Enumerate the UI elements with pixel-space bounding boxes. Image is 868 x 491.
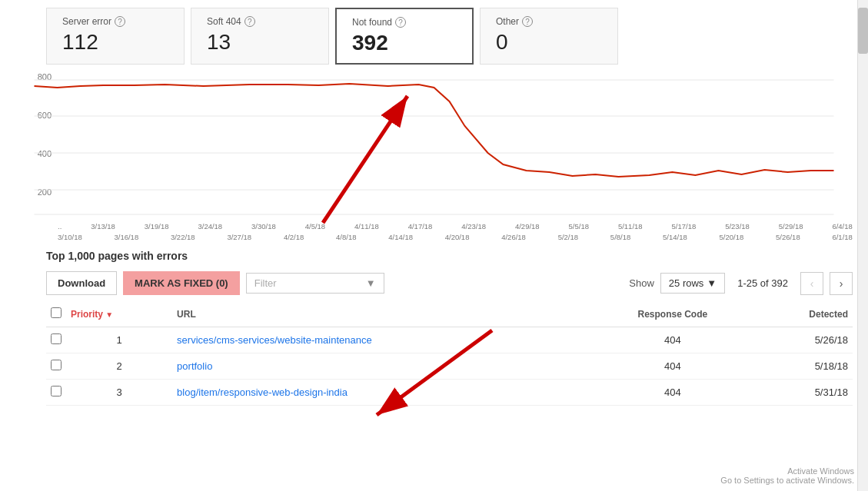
not-found-label: Not found xyxy=(352,17,392,28)
table-row: 2 portfolio 404 5/18/18 xyxy=(46,353,853,380)
table-row: 3 blog/item/responsive-web-design-india … xyxy=(46,380,853,406)
soft-404-help-icon[interactable]: ? xyxy=(244,16,255,27)
prev-page-button[interactable]: ‹ xyxy=(800,272,823,295)
other-value: 0 xyxy=(496,30,602,55)
win-notice-line1: Activate Windows xyxy=(720,466,854,476)
server-error-help-icon[interactable]: ? xyxy=(115,16,125,27)
next-page-button[interactable]: › xyxy=(830,272,853,295)
rows-select[interactable]: 25 rows ▼ xyxy=(660,273,725,294)
url-header: URL xyxy=(172,301,591,327)
table-row: 1 services/cms-services/website-maintena… xyxy=(46,327,853,353)
show-label: Show xyxy=(629,277,654,289)
stat-card-not-found[interactable]: Not found ? 392 xyxy=(335,8,474,65)
row-3-detected: 5/31/18 xyxy=(753,380,853,406)
row-2-checkbox[interactable] xyxy=(51,360,62,370)
other-label: Other xyxy=(496,16,519,27)
row-3-response: 404 xyxy=(591,380,753,406)
filter-placeholder: Filter xyxy=(254,277,277,289)
row-1-checkbox[interactable] xyxy=(51,333,62,344)
stat-card-other[interactable]: Other ? 0 xyxy=(480,8,618,65)
select-all-header[interactable] xyxy=(46,301,66,327)
scrollbar[interactable] xyxy=(857,0,868,491)
table-area: Priority ▼ URL Response Code Detected xyxy=(0,301,868,406)
not-found-value: 392 xyxy=(352,31,457,55)
soft-404-value: 13 xyxy=(207,30,313,55)
chart-main xyxy=(15,72,853,221)
filter-input[interactable]: Filter ▼ xyxy=(246,273,384,294)
rows-option: 25 rows xyxy=(669,277,704,289)
download-button[interactable]: Download xyxy=(46,271,117,295)
row-2-detected: 5/18/18 xyxy=(753,353,853,380)
chart-svg xyxy=(15,72,853,218)
row-2-response: 404 xyxy=(591,353,753,380)
row-2-checkbox-cell[interactable] xyxy=(46,353,66,380)
row-1-response: 404 xyxy=(591,327,753,353)
stat-card-soft-404[interactable]: Soft 404 ? 13 xyxy=(191,8,329,65)
stat-cards: Server error ? 112 Soft 404 ? 13 Not fou… xyxy=(0,0,868,72)
other-help-icon[interactable]: ? xyxy=(522,16,533,27)
row-2-url[interactable]: portfolio xyxy=(172,353,591,380)
toolbar: Download MARK AS FIXED (0) Filter ▼ Show… xyxy=(0,268,868,301)
win-notice-line2: Go to Settings to activate Windows. xyxy=(720,476,854,485)
row-2-priority: 2 xyxy=(66,353,172,380)
section-title: Top 1,000 pages with errors xyxy=(0,242,868,268)
x-axis-labels: .. 3/13/18 3/19/18 3/24/18 3/30/18 4/5/1… xyxy=(15,221,853,242)
stat-card-server-error[interactable]: Server error ? 112 xyxy=(46,8,185,65)
response-code-header: Response Code xyxy=(591,301,753,327)
select-all-checkbox[interactable] xyxy=(51,307,62,318)
row-1-checkbox-cell[interactable] xyxy=(46,327,66,353)
row-1-priority: 1 xyxy=(66,327,172,353)
server-error-label: Server error xyxy=(62,16,111,27)
soft-404-label: Soft 404 xyxy=(207,16,241,27)
detected-header: Detected xyxy=(753,301,853,327)
not-found-help-icon[interactable]: ? xyxy=(395,17,406,28)
pagination-info: 1-25 of 392 xyxy=(737,277,788,289)
row-1-url[interactable]: services/cms-services/website-maintenanc… xyxy=(172,327,591,353)
windows-activation-notice: Activate Windows Go to Settings to activ… xyxy=(720,466,854,485)
errors-table: Priority ▼ URL Response Code Detected xyxy=(46,301,853,406)
priority-sort-icon: ▼ xyxy=(105,310,113,319)
table-header-row: Priority ▼ URL Response Code Detected xyxy=(46,301,853,327)
scrollbar-thumb[interactable] xyxy=(858,8,868,54)
row-3-priority: 3 xyxy=(66,380,172,406)
rows-dropdown-icon: ▼ xyxy=(707,277,717,289)
priority-header[interactable]: Priority ▼ xyxy=(66,301,172,327)
row-3-checkbox[interactable] xyxy=(51,386,62,396)
row-3-checkbox-cell[interactable] xyxy=(46,380,66,406)
row-1-detected: 5/26/18 xyxy=(753,327,853,353)
mark-fixed-button[interactable]: MARK AS FIXED (0) xyxy=(123,271,240,295)
server-error-value: 112 xyxy=(62,30,168,55)
filter-icon: ▼ xyxy=(366,277,376,289)
row-3-url[interactable]: blog/item/responsive-web-design-india xyxy=(172,380,591,406)
